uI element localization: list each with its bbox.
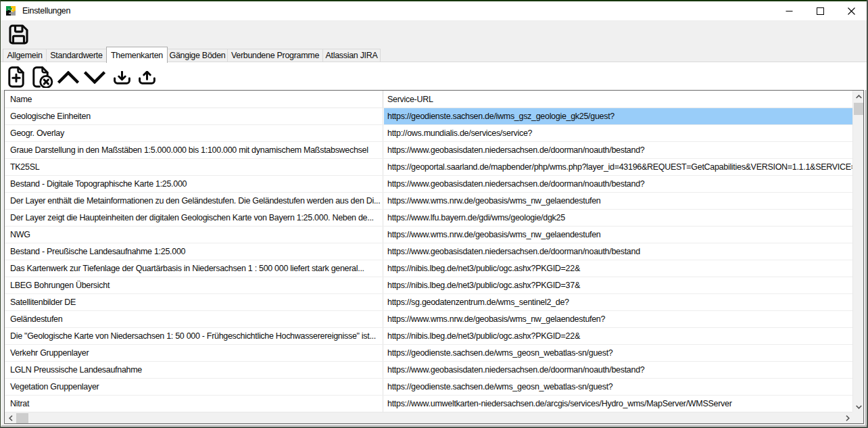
tab-verbundene-programme[interactable]: Verbundene Programme [227,49,323,62]
minimize-icon [786,7,793,15]
chevron-left-icon [9,415,13,421]
cell-name[interactable]: Geologische Einheiten [5,108,383,125]
scrollbar-corner [852,412,863,423]
import-button[interactable] [110,64,134,89]
tab-atlassian-jira[interactable]: Atlassian JIRA [322,49,381,62]
cell-name[interactable]: Nitrat [5,396,383,412]
table-row[interactable]: Geogr. Overlay http://ows.mundialis.de/s… [5,125,852,142]
vertical-scrollbar-thumb[interactable] [854,103,863,115]
chevron-up-icon [856,95,862,99]
cell-service-url[interactable]: https://www.wms.nrw.de/geobasis/wms_nw_g… [384,193,852,210]
move-up-button[interactable] [55,64,81,89]
table-row[interactable]: Das Kartenwerk zur Tiefenlage der Quartä… [5,260,852,277]
table-row[interactable]: TK25SL https://geoportal.saarland.de/map… [5,159,852,176]
cell-service-url[interactable]: https://sg.geodatenzentrum.de/wms_sentin… [384,294,852,311]
table-toolbar [1,62,867,90]
cell-name[interactable]: LBEG Bohrungen Übersicht [5,277,383,294]
table-header: Name Service-URL [5,91,852,108]
cell-name[interactable]: Vegetation Gruppenlayer [5,379,383,396]
horizontal-scrollbar-thumb[interactable] [16,413,28,423]
table-row[interactable]: Nitrat https://www.umweltkarten-niedersa… [5,396,852,412]
save-button[interactable] [7,23,29,45]
cell-service-url[interactable]: https://www.geobasisdaten.niedersachsen.… [384,142,852,159]
move-down-icon [83,71,106,84]
tab-allgemein[interactable]: Allgemein [3,49,47,62]
cell-service-url[interactable]: https://nibis.lbeg.de/net3/public/ogc.as… [384,260,852,277]
app-puzzle-icon [5,5,16,16]
scroll-up-button[interactable] [853,91,864,102]
cell-name[interactable]: Satellitenbilder DE [5,294,383,311]
table-row[interactable]: Bestand - Digitale Topographische Karte … [5,176,852,193]
table-row[interactable]: LGLN Preussische Landesaufnahme https://… [5,362,852,379]
cell-service-url[interactable]: https://geodienste.sachsen.de/wms_geosn_… [384,379,852,396]
table-row[interactable]: Verkehr Gruppenlayer https://geodienste.… [5,345,852,362]
tab-themenkarten[interactable]: Themenkarten [106,47,168,63]
vertical-scrollbar[interactable] [852,91,863,412]
cell-name[interactable]: Das Kartenwerk zur Tiefenlage der Quartä… [5,260,383,277]
window-border-bottom-inner [1,425,867,426]
cell-service-url[interactable]: https://www.wms.nrw.de/geobasis/wms_nw_g… [384,227,852,243]
cell-name[interactable]: Die "Geologische Karte von Niedersachsen… [5,328,383,345]
cell-name[interactable]: NWG [5,227,383,243]
cell-service-url[interactable]: https://www.geobasisdaten.niedersachsen.… [384,362,852,379]
cell-name[interactable]: Der Layer zeigt die Haupteinheiten der d… [5,210,383,227]
table-row[interactable]: Vegetation Gruppenlayer https://geodiens… [5,379,852,396]
maximize-button[interactable] [804,1,836,20]
table-row[interactable]: Geländestufen https://www.wms.nrw.de/geo… [5,311,852,328]
close-icon [848,7,855,15]
table-row[interactable]: Graue Darstellung in den Maßstäben 1:5.0… [5,142,852,159]
ribbon [1,20,867,47]
scroll-left-button[interactable] [5,412,16,424]
horizontal-scrollbar[interactable] [5,412,853,423]
cell-service-url[interactable]: http://ows.mundialis.de/services/service… [384,125,852,142]
cell-name[interactable]: Geogr. Overlay [5,125,383,142]
scroll-right-button[interactable] [842,412,853,424]
cell-service-url[interactable]: https://www.lfu.bayern.de/gdi/wms/geolog… [384,210,852,227]
column-header-service-url[interactable]: Service-URL [384,91,852,108]
tab-label: Standardwerte [50,51,102,60]
maximize-icon [817,7,824,15]
table-row[interactable]: LBEG Bohrungen Übersicht https://nibis.l… [5,277,852,294]
add-file-icon [8,66,24,88]
table-row[interactable]: Bestand - Preußische Landesaufnahme 1:25… [5,243,852,260]
cell-name[interactable]: Graue Darstellung in den Maßstäben 1:5.0… [5,142,383,159]
cell-name[interactable]: LGLN Preussische Landesaufnahme [5,362,383,379]
tab-label: Gängige Böden [170,51,226,60]
scroll-down-button[interactable] [853,401,864,412]
cell-name[interactable]: TK25SL [5,159,383,176]
cell-service-url[interactable]: https://geoportal.saarland.de/mapbender/… [384,159,852,176]
column-header-name[interactable]: Name [5,91,383,108]
cell-name[interactable]: Bestand - Preußische Landesaufnahme 1:25… [5,243,383,260]
table-row[interactable]: Die "Geologische Karte von Niedersachsen… [5,328,852,345]
move-down-button[interactable] [82,64,107,89]
save-floppy-icon [9,24,28,45]
cell-service-url[interactable]: https://www.geobasisdaten.niedersachsen.… [384,176,852,193]
cell-service-url[interactable]: https://geodienste.sachsen.de/iwms_gsz_g… [384,108,852,125]
cell-service-url[interactable]: https://www.wms.nrw.de/geobasis/wms_nw_g… [384,311,852,328]
cell-service-url[interactable]: https://nibis.lbeg.de/net3/public/ogc.as… [384,277,852,294]
table-row[interactable]: NWG https://www.wms.nrw.de/geobasis/wms_… [5,227,852,243]
table-row[interactable]: Der Layer zeigt die Haupteinheiten der d… [5,210,852,227]
cell-service-url[interactable]: https://geodienste.sachsen.de/wms_geosn_… [384,345,852,362]
remove-entry-button[interactable] [30,64,56,89]
chevron-down-icon [856,405,862,409]
tab-g-ngige-b-den[interactable]: Gängige Böden [167,49,228,62]
close-button[interactable] [836,1,867,20]
table-row[interactable]: Geologische Einheiten https://geodienste… [5,108,852,125]
minimize-button[interactable] [773,1,804,20]
cell-name[interactable]: Verkehr Gruppenlayer [5,345,383,362]
cell-service-url[interactable]: https://www.umweltkarten-niedersachsen.d… [384,396,852,412]
table-row[interactable]: Satellitenbilder DE https://sg.geodatenz… [5,294,852,311]
titlebar: Einstellungen [1,1,867,20]
cell-name[interactable]: Der Layer enthält die Metainformationen … [5,193,383,210]
cell-name[interactable]: Geländestufen [5,311,383,328]
remove-file-icon [32,66,54,88]
cell-service-url[interactable]: https://nibis.lbeg.de/net3/public/ogc.as… [384,328,852,345]
export-button[interactable] [135,64,159,89]
add-entry-button[interactable] [4,64,28,89]
tab-label: Verbundene Programme [231,51,319,60]
tab-standardwerte[interactable]: Standardwerte [46,49,107,62]
table-row[interactable]: Der Layer enthält die Metainformationen … [5,193,852,210]
cell-service-url[interactable]: https://www.geobasisdaten.niedersachsen.… [384,243,852,260]
cell-name[interactable]: Bestand - Digitale Topographische Karte … [5,176,383,193]
